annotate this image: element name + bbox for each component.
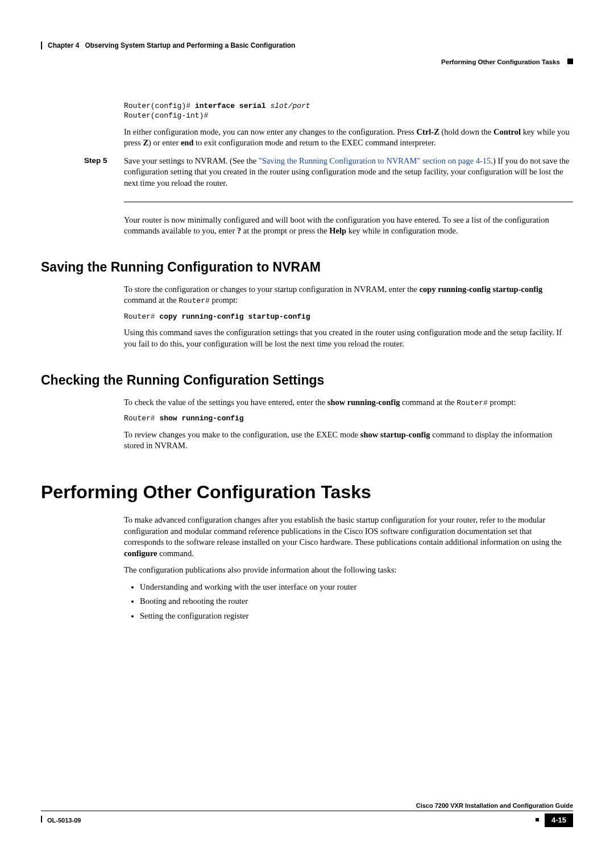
heading-checking: Checking the Running Configuration Setti… [41, 372, 573, 389]
paragraph-ctrlz: In either configuration mode, you can no… [124, 127, 573, 149]
header-bar-icon [41, 41, 42, 49]
footer-docnum: OL-5013-09 [47, 817, 81, 824]
code-copy-running: Router# copy running-config startup-conf… [124, 312, 573, 322]
footer-guide-title: Cisco 7200 VXR Installation and Configur… [41, 802, 573, 812]
section-nvram: To store the configuration or changes to… [124, 284, 573, 350]
body: Router(config)# interface serial slot/po… [124, 101, 573, 149]
paragraph-nvram-save: Using this command saves the configurati… [124, 327, 573, 349]
list-item: Setting the configuration register [140, 611, 573, 622]
task-list: Understanding and working with the user … [140, 582, 573, 622]
heading-other-tasks: Performing Other Configuration Tasks [41, 480, 573, 504]
heading-nvram: Saving the Running Configuration to NVRA… [41, 258, 573, 276]
footer-right: 4-15 [536, 813, 573, 827]
page-footer: Cisco 7200 VXR Installation and Configur… [41, 802, 573, 827]
footer-left: OL-5013-09 [41, 816, 81, 825]
step-label: Step 5 [84, 156, 124, 189]
section-other: To make advanced configuration changes a… [124, 515, 573, 622]
footer-square-icon [536, 818, 539, 821]
chapter-label: Chapter 4 [48, 41, 79, 50]
header-right-row: Performing Other Configuration Tasks [41, 58, 573, 67]
paragraph-min-config: Your router is now minimally configured … [124, 215, 573, 237]
code-arg: slot/port [266, 102, 310, 110]
step-5: Step 5 Save your settings to NVRAM. (See… [84, 156, 573, 189]
chapter-title: Observing System Startup and Performing … [85, 41, 295, 50]
header-left: Chapter 4 Observing System Startup and P… [41, 41, 295, 50]
section-checking: To check the value of the settings you h… [124, 397, 573, 452]
code-prompt: Router(config)# [124, 102, 195, 110]
code-show-running: Router# show running-config [124, 414, 573, 424]
header-square-icon [567, 59, 573, 64]
page-header: Chapter 4 Observing System Startup and P… [41, 41, 573, 50]
divider [124, 202, 573, 202]
code-block-interface: Router(config)# interface serial slot/po… [124, 101, 573, 121]
nvram-link[interactable]: "Saving the Running Configuration to NVR… [259, 156, 491, 165]
section-title: Performing Other Configuration Tasks [441, 59, 560, 65]
page-number: 4-15 [545, 813, 573, 827]
footer-bar-icon [41, 816, 42, 823]
list-item: Booting and rebooting the router [140, 596, 573, 607]
code-prompt-2: Router(config-int)# [124, 111, 208, 120]
list-item: Understanding and working with the user … [140, 582, 573, 593]
step-body: Save your settings to NVRAM. (See the "S… [124, 156, 573, 189]
page: Chapter 4 Observing System Startup and P… [0, 0, 614, 868]
code-command: interface serial [195, 102, 266, 110]
